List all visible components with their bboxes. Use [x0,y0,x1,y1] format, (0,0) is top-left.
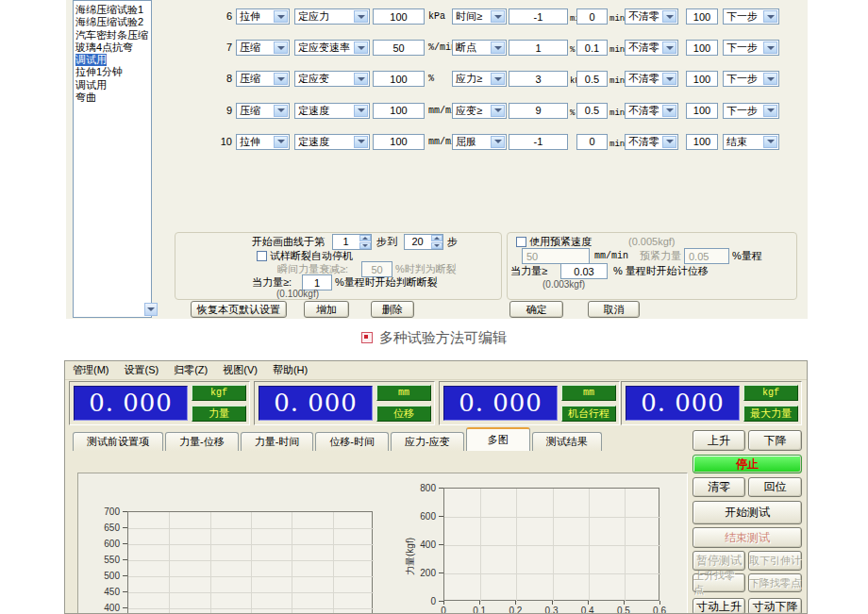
direction-dropdown[interactable]: 拉伸 [236,134,290,150]
control-mode-dropdown[interactable]: 定应力 [294,8,370,25]
control-mode-dropdown[interactable]: 定应变 [294,71,370,87]
spinner-up-icon[interactable] [359,235,371,241]
zero-mode-dropdown[interactable]: 不清零 [625,8,678,25]
direction-dropdown[interactable]: 压缩 [236,40,290,56]
chevron-down-icon[interactable] [662,41,676,54]
range-input[interactable] [686,8,718,25]
zero-mode-dropdown[interactable]: 不清零 [625,71,678,87]
menu-item[interactable]: 管理(M) [65,362,117,378]
control-button-上升[interactable]: 上升 [693,430,745,451]
chevron-down-icon[interactable] [491,73,505,85]
break-autostop-checkbox[interactable] [257,251,267,261]
dwell-input[interactable] [576,134,608,150]
setpoint-input[interactable] [373,103,425,119]
dwell-input[interactable] [576,8,608,25]
tab-应力-应变[interactable]: 应力-应变 [391,432,464,451]
menu-item[interactable]: 视图(V) [215,362,265,378]
setpoint-input[interactable] [373,40,425,56]
control-button-下降[interactable]: 下降 [748,430,802,451]
range-input[interactable] [686,134,718,150]
chevron-down-icon[interactable] [763,10,777,23]
zero-mode-dropdown[interactable]: 不清零 [625,103,678,119]
menu-item[interactable]: 归零(Z) [166,362,215,378]
chevron-down-icon[interactable] [274,73,288,85]
tab-力量-位移[interactable]: 力量-位移 [165,432,239,451]
chevron-down-icon[interactable] [354,10,368,23]
direction-dropdown[interactable]: 压缩 [236,71,290,87]
chevron-down-icon[interactable] [491,105,505,117]
end-condition-dropdown[interactable]: 应力≥ [452,71,507,87]
condition-value-input[interactable] [509,8,568,25]
chevron-down-icon[interactable] [763,136,777,148]
cancel-button[interactable]: 取消 [588,301,640,318]
list-item[interactable]: 玻璃4点抗弯 [74,41,151,54]
list-item[interactable]: 弯曲 [74,91,151,104]
next-step-dropdown[interactable]: 下一步 [723,40,779,56]
spinner-up-icon[interactable] [431,235,442,241]
next-step-dropdown[interactable]: 下一步 [723,103,779,119]
control-button-清零[interactable]: 清零 [693,477,745,497]
chevron-down-icon[interactable] [491,136,505,148]
chevron-down-icon[interactable] [354,41,368,54]
end-condition-dropdown[interactable]: 断点 [452,40,507,56]
end-condition-dropdown[interactable]: 应变≥ [452,103,507,119]
chevron-down-icon[interactable] [763,41,777,54]
dwell-input[interactable] [576,71,608,87]
next-step-dropdown[interactable]: 结束 [723,134,779,150]
condition-value-input[interactable] [509,71,568,87]
control-button-回位[interactable]: 回位 [748,477,802,497]
pretension-checkbox[interactable] [516,237,526,247]
list-item[interactable]: 海绵压缩试验2 [74,16,151,28]
chevron-down-icon[interactable] [354,105,368,117]
direction-dropdown[interactable]: 拉伸 [236,8,290,25]
end-condition-dropdown[interactable]: 屈服 [452,134,507,150]
tab-测试结果[interactable]: 测试结果 [532,432,602,451]
menu-item[interactable]: 设置(S) [117,362,167,378]
chevron-down-icon[interactable] [662,73,676,85]
listbox-scroll-down-button[interactable] [144,303,158,316]
chevron-down-icon[interactable] [274,10,288,23]
spinner-down-icon[interactable] [359,242,371,249]
chevron-down-icon[interactable] [354,136,368,148]
control-button-寸动下降[interactable]: 寸动下降 [748,598,802,614]
condition-value-input[interactable] [509,40,568,56]
delete-button[interactable]: 删除 [371,301,414,318]
dwell-input[interactable] [576,40,608,56]
curve-end-spinner[interactable]: 20 [404,234,443,250]
list-item[interactable]: 汽车密封条压缩 [74,29,151,41]
menu-item[interactable]: 帮助(H) [265,362,315,378]
chevron-down-icon[interactable] [662,10,676,23]
control-button-停止[interactable]: 停止 [693,455,802,473]
list-item[interactable]: 海绵压缩试验1 [74,4,151,16]
range-input[interactable] [686,103,718,119]
range-input[interactable] [686,71,718,87]
next-step-dropdown[interactable]: 下一步 [723,8,779,25]
zero-mode-dropdown[interactable]: 不清零 [625,40,678,56]
chevron-down-icon[interactable] [763,73,777,85]
next-step-dropdown[interactable]: 下一步 [723,71,779,87]
chevron-down-icon[interactable] [274,136,288,148]
control-button-开始测试[interactable]: 开始测试 [693,501,802,524]
control-mode-dropdown[interactable]: 定速度 [294,103,370,119]
tab-测试前设置项[interactable]: 测试前设置项 [73,432,163,451]
ok-button[interactable]: 确定 [509,301,563,318]
chevron-down-icon[interactable] [491,41,505,54]
zero-mode-dropdown[interactable]: 不清零 [625,134,678,150]
chevron-down-icon[interactable] [662,105,676,117]
dwell-input[interactable] [576,103,608,119]
tab-位移-时间[interactable]: 位移-时间 [315,432,389,451]
end-condition-dropdown[interactable]: 时间≥ [452,8,507,25]
list-item[interactable]: 调试用 [74,79,151,91]
method-listbox[interactable]: 海绵压缩试验1海绵压缩试验2汽车密封条压缩玻璃4点抗弯调试用拉伸1分钟调试用弯曲 [73,0,152,318]
chevron-down-icon[interactable] [274,105,288,117]
control-mode-dropdown[interactable]: 定应变速率 [294,40,370,56]
chevron-down-icon[interactable] [763,105,777,117]
tab-力量-时间[interactable]: 力量-时间 [241,432,314,451]
tab-多图[interactable]: 多图 [466,427,530,451]
chevron-down-icon[interactable] [662,136,676,148]
direction-dropdown[interactable]: 压缩 [236,103,290,119]
setpoint-input[interactable] [373,134,425,150]
condition-value-input[interactable] [509,103,568,119]
chevron-down-icon[interactable] [354,73,368,85]
setpoint-input[interactable] [373,8,425,25]
